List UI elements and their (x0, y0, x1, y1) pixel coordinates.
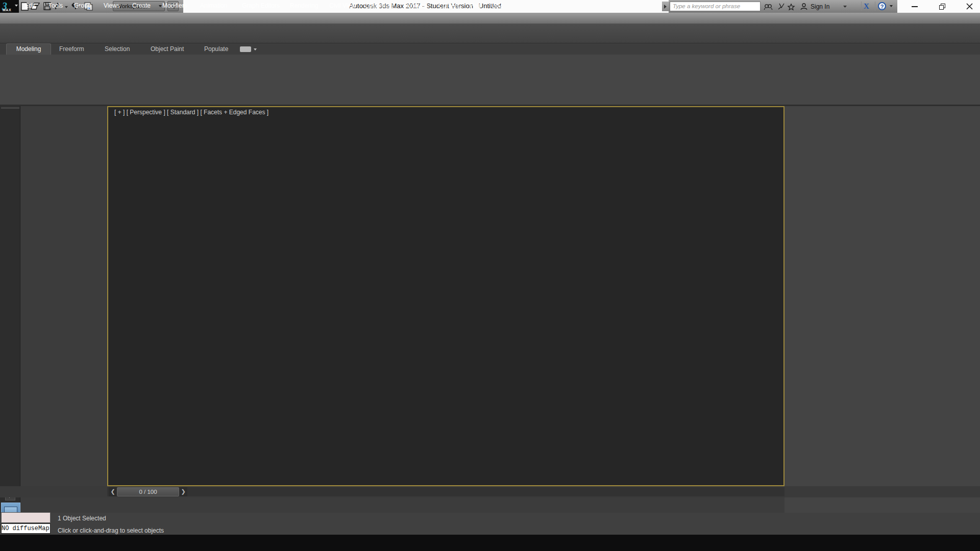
svg-text:Sign In: Sign In (811, 3, 829, 10)
